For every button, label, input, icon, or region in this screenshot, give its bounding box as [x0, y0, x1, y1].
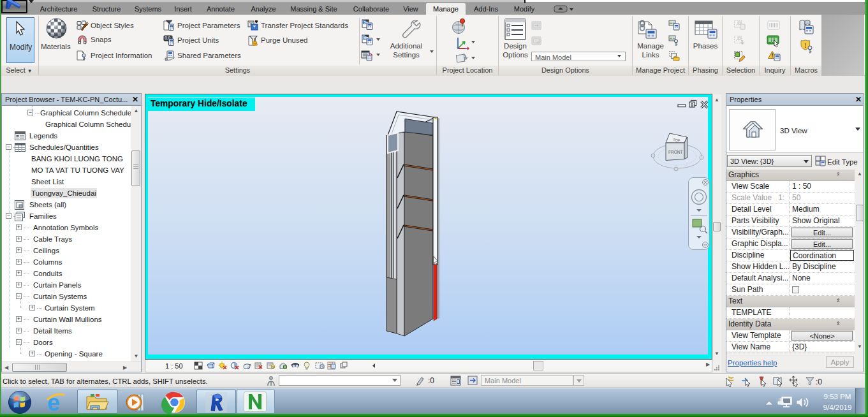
svg-text:!: ! [804, 41, 807, 49]
svg-text:S: S [364, 20, 366, 24]
svg-text:M: M [364, 36, 367, 40]
svg-text::0: :0 [816, 377, 822, 386]
svg-text:9: 9 [272, 365, 274, 369]
